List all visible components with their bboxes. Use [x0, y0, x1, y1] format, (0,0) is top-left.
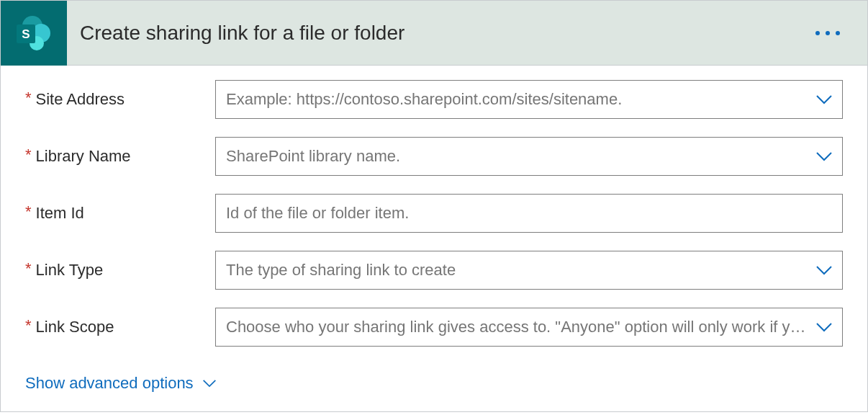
- card-header: S Create sharing link for a file or fold…: [1, 1, 867, 66]
- action-card: S Create sharing link for a file or fold…: [0, 0, 868, 412]
- site-address-input[interactable]: [215, 80, 843, 119]
- card-body: * Site Address * Library Name: [1, 66, 867, 411]
- chevron-down-icon: [815, 265, 833, 275]
- advanced-options-label: Show advanced options: [25, 374, 194, 393]
- show-advanced-options-button[interactable]: Show advanced options: [25, 374, 843, 393]
- link-scope-dropdown-button[interactable]: [811, 314, 837, 340]
- chevron-down-icon: [815, 322, 833, 332]
- link-type-dropdown-button[interactable]: [811, 257, 837, 283]
- chevron-down-icon: [202, 379, 217, 388]
- field-label: Link Type: [36, 261, 104, 280]
- link-scope-input[interactable]: [215, 308, 843, 347]
- sharepoint-icon: S: [1, 1, 67, 66]
- link-type-input[interactable]: [215, 251, 843, 290]
- required-indicator: *: [25, 90, 32, 106]
- field-label: Site Address: [36, 90, 125, 109]
- field-row-link-scope: * Link Scope: [25, 308, 843, 347]
- card-title: Create sharing link for a file or folder: [80, 22, 815, 45]
- field-row-link-type: * Link Type: [25, 251, 843, 290]
- field-label: Link Scope: [36, 318, 114, 336]
- more-options-button[interactable]: [815, 31, 853, 35]
- required-indicator: *: [25, 318, 32, 334]
- item-id-input[interactable]: [215, 194, 843, 233]
- field-row-item-id: * Item Id: [25, 194, 843, 233]
- required-indicator: *: [25, 204, 32, 220]
- chevron-down-icon: [815, 94, 833, 104]
- field-row-library-name: * Library Name: [25, 137, 843, 176]
- field-label: Library Name: [36, 147, 131, 166]
- chevron-down-icon: [815, 151, 833, 161]
- required-indicator: *: [25, 147, 32, 163]
- field-label: Item Id: [36, 204, 84, 223]
- svg-text:S: S: [22, 27, 30, 41]
- site-address-dropdown-button[interactable]: [811, 86, 837, 112]
- library-name-dropdown-button[interactable]: [811, 143, 837, 169]
- required-indicator: *: [25, 261, 32, 277]
- field-row-site-address: * Site Address: [25, 80, 843, 119]
- library-name-input[interactable]: [215, 137, 843, 176]
